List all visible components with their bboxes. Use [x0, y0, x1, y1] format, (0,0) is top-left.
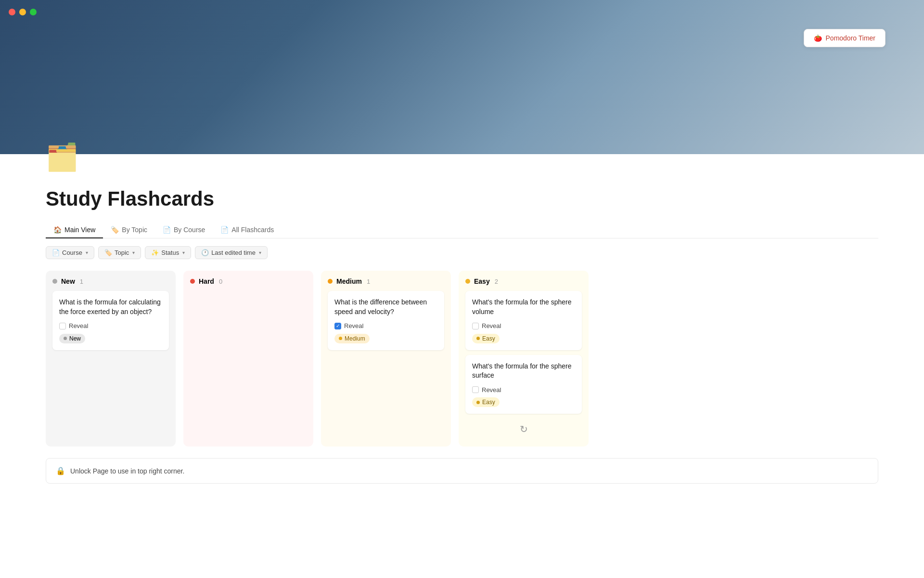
col-count-medium: 1 [367, 278, 370, 285]
col-dot-easy [465, 279, 470, 284]
kanban-col-medium: Medium 1 What is the difference between … [321, 271, 451, 447]
card-3-badge: Medium [334, 334, 370, 343]
col-count-hard: 0 [219, 278, 222, 285]
reveal-checkbox-4[interactable] [472, 323, 479, 329]
col-header-medium: Medium 1 [328, 277, 444, 285]
tag-icon: 🏷️ [111, 226, 119, 234]
topic-icon: 🏷️ [104, 249, 112, 256]
tab-by-topic-label: By Topic [122, 226, 147, 234]
lock-icon: 🔒 [56, 466, 65, 475]
doc-icon: 📄 [163, 226, 171, 234]
card-3-title: What is the difference between speed and… [334, 298, 437, 316]
reveal-checkbox-1[interactable] [59, 323, 66, 329]
card-1-title: What is the formula for calculating the … [59, 298, 162, 316]
col-count-new: 1 [80, 278, 83, 285]
card-5[interactable]: What's the formula for the sphere surfac… [465, 355, 582, 414]
badge-dot-5 [476, 401, 480, 404]
filter-last-edited[interactable]: 🕐 Last edited time ▾ [195, 246, 268, 259]
tab-bar: 🏠 Main View 🏷️ By Topic 📄 By Course 📄 Al… [46, 222, 878, 238]
course-icon: 📄 [52, 249, 60, 256]
tab-by-topic[interactable]: 🏷️ By Topic [103, 222, 155, 238]
page-banner [0, 0, 924, 154]
chevron-down-icon: ▾ [182, 250, 185, 255]
card-4[interactable]: What's the formula for the sphere volume… [465, 291, 582, 350]
filter-last-edited-label: Last edited time [211, 249, 256, 256]
page-content: 🗂️ Study Flashcards 🏠 Main View 🏷️ By To… [0, 154, 924, 503]
badge-dot-3 [339, 337, 342, 340]
pomodoro-timer-button[interactable]: 🍅 Pomodoro Timer [804, 29, 886, 47]
filter-bar: 📄 Course ▾ 🏷️ Topic ▾ ✨ Status ▾ 🕐 Last … [46, 246, 878, 259]
col-label-medium: Medium [336, 277, 362, 285]
traffic-lights [9, 9, 37, 15]
page-icon: 🗂️ [46, 140, 878, 173]
tab-main-view-label: Main View [64, 226, 95, 234]
col-dot-new [52, 279, 57, 284]
filter-topic-label: Topic [115, 249, 129, 256]
unlock-text: Unlock Page to use in top right corner. [70, 467, 184, 475]
card-4-title: What's the formula for the sphere volume [472, 298, 575, 316]
home-icon: 🏠 [53, 226, 62, 234]
reveal-checkbox-5[interactable] [472, 386, 479, 393]
page-title: Study Flashcards [46, 187, 878, 210]
tomato-icon: 🍅 [814, 34, 822, 42]
reveal-label-3: Reveal [344, 322, 363, 329]
card-5-title: What's the formula for the sphere surfac… [472, 362, 575, 381]
pomodoro-label: Pomodoro Timer [826, 34, 875, 42]
card-1[interactable]: What is the formula for calculating the … [52, 291, 169, 350]
minimize-button[interactable] [19, 9, 26, 15]
card-1-reveal[interactable]: Reveal [59, 322, 162, 329]
filter-course-label: Course [62, 249, 82, 256]
col-label-hard: Hard [199, 277, 214, 285]
tab-by-course[interactable]: 📄 By Course [155, 222, 213, 238]
reveal-label-4: Reveal [482, 322, 501, 329]
reveal-label-5: Reveal [482, 386, 501, 394]
status-icon: ✨ [151, 249, 159, 256]
badge-label-4: Easy [482, 335, 495, 342]
badge-dot-1 [64, 337, 67, 340]
col-label-easy: Easy [474, 277, 490, 285]
col-header-new: New 1 [52, 277, 169, 285]
loading-spinner: ↻ [465, 419, 582, 440]
col-dot-hard [190, 279, 195, 284]
col-count-easy: 2 [495, 278, 498, 285]
card-4-badge: Easy [472, 334, 500, 343]
maximize-button[interactable] [30, 9, 37, 15]
unlock-bar: 🔒 Unlock Page to use in top right corner… [46, 458, 878, 484]
filter-topic[interactable]: 🏷️ Topic ▾ [98, 246, 141, 259]
kanban-board: New 1 What is the formula for calculatin… [46, 271, 878, 447]
kanban-col-new: New 1 What is the formula for calculatin… [46, 271, 176, 447]
filter-status[interactable]: ✨ Status ▾ [145, 246, 191, 259]
card-5-reveal[interactable]: Reveal [472, 386, 575, 394]
tab-all-flashcards-label: All Flashcards [231, 226, 274, 234]
filter-status-label: Status [161, 249, 179, 256]
kanban-col-easy: Easy 2 What's the formula for the sphere… [459, 271, 589, 447]
col-label-new: New [61, 277, 75, 285]
col-header-easy: Easy 2 [465, 277, 582, 285]
clock-icon: 🕐 [201, 249, 209, 256]
card-1-badge: New [59, 334, 85, 343]
tab-all-flashcards[interactable]: 📄 All Flashcards [213, 222, 282, 238]
reveal-checkbox-3[interactable]: ✓ [334, 323, 341, 329]
col-header-hard: Hard 0 [190, 277, 307, 285]
close-button[interactable] [9, 9, 15, 15]
filter-course[interactable]: 📄 Course ▾ [46, 246, 94, 259]
card-5-badge: Easy [472, 397, 500, 407]
badge-label-1: New [69, 335, 81, 342]
badge-dot-4 [476, 337, 480, 340]
chevron-down-icon: ▾ [86, 250, 88, 255]
card-3-reveal[interactable]: ✓ Reveal [334, 322, 437, 329]
card-4-reveal[interactable]: Reveal [472, 322, 575, 329]
tab-main-view[interactable]: 🏠 Main View [46, 222, 103, 238]
badge-label-5: Easy [482, 399, 495, 406]
card-3[interactable]: What is the difference between speed and… [328, 291, 444, 350]
col-dot-medium [328, 279, 333, 284]
chevron-down-icon: ▾ [259, 250, 261, 255]
doc2-icon: 📄 [220, 226, 229, 234]
kanban-col-hard: Hard 0 [183, 271, 313, 447]
chevron-down-icon: ▾ [132, 250, 135, 255]
badge-label-3: Medium [345, 335, 365, 342]
reveal-label-1: Reveal [69, 322, 88, 329]
tab-by-course-label: By Course [174, 226, 205, 234]
